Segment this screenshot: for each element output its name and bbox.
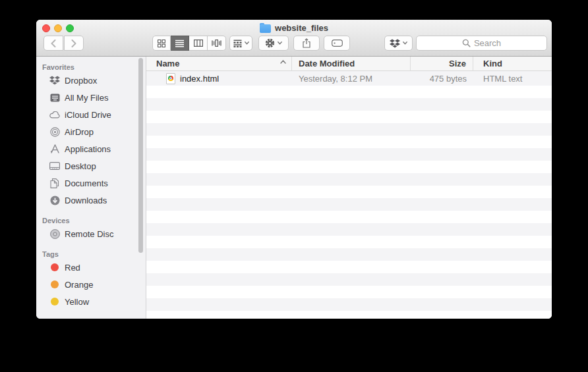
- downloads-icon: [49, 194, 61, 206]
- gear-icon: [265, 38, 275, 48]
- folder-icon: [260, 24, 271, 33]
- icon-view-icon: [158, 40, 165, 47]
- back-button[interactable]: [44, 36, 63, 51]
- window-content: Favorites Dropbox: [36, 57, 552, 319]
- all-my-files-icon: [49, 92, 61, 103]
- file-kind-cell: HTML text: [473, 71, 552, 86]
- search-icon: [462, 39, 471, 47]
- remote-disc-icon: [49, 228, 61, 240]
- sidebar-item-all-my-files[interactable]: All My Files: [36, 89, 146, 106]
- tag-icon: [332, 40, 343, 47]
- titlebar: website_files: [36, 20, 552, 36]
- empty-row-stripes: [146, 86, 552, 319]
- sidebar-section-favorites: Favorites Dropbox: [36, 57, 146, 209]
- group-by-icon: [233, 40, 242, 47]
- sort-ascending-icon: [280, 60, 286, 64]
- share-button[interactable]: [293, 36, 320, 51]
- icloud-drive-icon: [49, 109, 61, 120]
- arrange-button[interactable]: [229, 36, 252, 51]
- coverflow-view-icon: [212, 40, 221, 47]
- red-tag-icon: [49, 261, 61, 273]
- column-view-icon: [194, 40, 203, 47]
- chevron-down-icon: [245, 41, 249, 45]
- view-mode-switcher: [152, 36, 226, 51]
- file-size-cell: 475 bytes: [411, 71, 473, 86]
- sidebar-item-airdrop[interactable]: AirDrop: [36, 123, 146, 140]
- section-label: Devices: [36, 216, 146, 225]
- column-header-kind[interactable]: Kind: [473, 57, 552, 70]
- share-icon: [303, 38, 310, 48]
- file-list: Name Date Modified Size Kind: [146, 57, 552, 319]
- dropbox-icon: [49, 74, 61, 86]
- sidebar-item-applications[interactable]: Applications: [36, 140, 146, 157]
- sidebar-item-desktop[interactable]: Desktop: [36, 157, 146, 174]
- search-input[interactable]: Search: [416, 36, 547, 51]
- column-header-size[interactable]: Size: [411, 57, 473, 70]
- sidebar-item-tag-orange[interactable]: Orange: [36, 276, 146, 293]
- finder-window: website_files: [36, 20, 552, 319]
- file-date-cell: Yesterday, 8:12 PM: [292, 71, 411, 86]
- icon-view-button[interactable]: [152, 36, 171, 51]
- sidebar-scrollbar[interactable]: [138, 58, 143, 253]
- sidebar-item-tag-red[interactable]: Red: [36, 259, 146, 276]
- sidebar: Favorites Dropbox: [36, 57, 146, 319]
- chevron-down-icon: [278, 41, 282, 45]
- sidebar-section-tags: Tags Red Orange Yellow: [36, 242, 146, 310]
- list-view-button[interactable]: [171, 36, 189, 51]
- chevron-right-icon: [71, 40, 76, 47]
- sidebar-item-tag-yellow[interactable]: Yellow: [36, 293, 146, 310]
- desktop-icon: [49, 160, 61, 172]
- documents-icon: [49, 177, 61, 189]
- window-title: website_files: [275, 23, 328, 33]
- forward-button[interactable]: [64, 36, 84, 51]
- chevron-down-icon: [403, 41, 407, 45]
- file-row-index-html[interactable]: index.html Yesterday, 8:12 PM 475 bytes …: [146, 71, 552, 86]
- search-placeholder: Search: [474, 38, 501, 48]
- column-view-button[interactable]: [189, 36, 208, 51]
- column-header-name[interactable]: Name: [146, 57, 292, 70]
- list-view-icon: [175, 40, 184, 47]
- list-header: Name Date Modified Size Kind: [146, 57, 552, 71]
- dropbox-icon: [390, 39, 400, 48]
- sidebar-item-icloud-drive[interactable]: iCloud Drive: [36, 106, 146, 123]
- sidebar-item-downloads[interactable]: Downloads: [36, 192, 146, 209]
- orange-tag-icon: [49, 279, 61, 290]
- window-chrome: website_files: [36, 20, 552, 57]
- applications-icon: [49, 143, 61, 155]
- column-header-date-modified[interactable]: Date Modified: [292, 57, 411, 70]
- yellow-tag-icon: [49, 296, 61, 307]
- section-label: Tags: [36, 250, 146, 259]
- airdrop-icon: [49, 126, 61, 138]
- list-rows: index.html Yesterday, 8:12 PM 475 bytes …: [146, 71, 552, 319]
- sidebar-item-remote-disc[interactable]: Remote Disc: [36, 225, 146, 242]
- sidebar-section-devices: Devices Remote Disc: [36, 209, 146, 242]
- section-label: Favorites: [36, 63, 146, 72]
- sidebar-item-dropbox[interactable]: Dropbox: [36, 72, 146, 89]
- chevron-left-icon: [51, 40, 56, 47]
- file-name-cell: index.html: [146, 71, 292, 86]
- dropbox-toolbar-button[interactable]: [384, 36, 413, 51]
- sidebar-item-documents[interactable]: Documents: [36, 174, 146, 192]
- action-button[interactable]: [258, 36, 289, 51]
- tag-button[interactable]: [324, 36, 350, 51]
- coverflow-view-button[interactable]: [208, 36, 226, 51]
- html-file-icon: [166, 73, 175, 84]
